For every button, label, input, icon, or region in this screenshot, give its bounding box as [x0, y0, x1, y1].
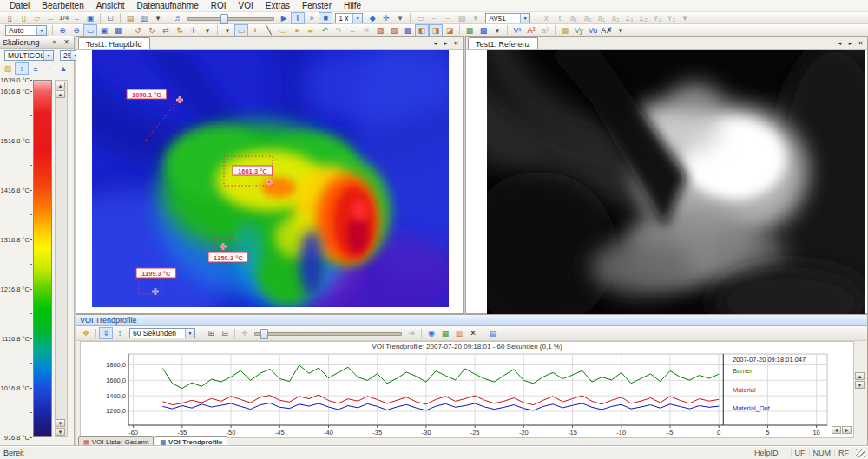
add-ellipse-icon[interactable]: ●	[290, 24, 304, 36]
open-folder-icon[interactable]: ▱	[30, 12, 44, 24]
scale-shift-up-icon[interactable]: ▲	[56, 62, 70, 75]
thermal-image[interactable]: 1090.1 °C1601.3 °C1350.3 °C1199.3 °C	[92, 50, 449, 307]
file-dropdown-icon[interactable]: ▾	[151, 12, 165, 24]
rotate-left-icon[interactable]: ↺	[131, 24, 145, 36]
show-values-icon[interactable]: ◉	[424, 327, 438, 339]
splitter-down-icon[interactable]: ▼	[855, 381, 865, 389]
avs-combo[interactable]: AVs1▼	[485, 13, 530, 23]
menu-item-ansicht[interactable]: Ansicht	[90, 0, 131, 11]
menu-item-datenaufnahme[interactable]: Datenaufnahme	[131, 0, 205, 11]
voi-table-icon[interactable]: ▦	[558, 24, 572, 36]
copy-image-icon[interactable]: ⊡	[103, 12, 117, 24]
prev-view-icon[interactable]: ←	[44, 12, 58, 24]
roi-copy-icon[interactable]: ▧	[373, 24, 387, 36]
voi-dropdown-icon[interactable]: ▾	[614, 24, 628, 36]
tab-next-icon[interactable]: ▸	[845, 38, 855, 48]
chevron-down-icon[interactable]: ▼	[43, 51, 53, 60]
export-chart-icon[interactable]: ▥	[452, 327, 466, 339]
chevron-down-icon[interactable]: ▼	[36, 26, 46, 35]
play-icon[interactable]: ▶	[277, 12, 291, 24]
tab-referenz[interactable]: Test1: Referenz	[468, 37, 538, 49]
tab-close-icon[interactable]: ✕	[451, 38, 461, 48]
trend-zoom-in-icon[interactable]: ⊞	[204, 327, 218, 339]
voi-box-icon[interactable]: ▦	[463, 24, 477, 36]
position-slider[interactable]	[187, 14, 274, 23]
fast-forward-icon[interactable]: »	[305, 12, 319, 24]
speed-combo[interactable]: 1 x▼	[335, 13, 363, 23]
goto-end-icon[interactable]: ✛	[379, 12, 393, 24]
chevron-down-icon[interactable]: ▼	[352, 14, 362, 23]
scale-min-adjust-icon[interactable]: −	[43, 62, 56, 75]
select-roi-icon[interactable]: ▭	[234, 24, 248, 36]
voi-delete-icon[interactable]: A✗	[600, 24, 614, 36]
position-slider-thumb[interactable]	[220, 14, 228, 24]
voi-edit-icon[interactable]: A²	[524, 24, 538, 36]
roi-list-icon[interactable]: ▩	[401, 24, 415, 36]
voi-show-icon[interactable]: Vy	[572, 24, 586, 36]
full-image-icon[interactable]: ▦	[111, 24, 125, 36]
add-point-icon[interactable]: +	[248, 24, 262, 36]
voi-hide-icon[interactable]: Vu	[586, 24, 600, 36]
view-dropdown-icon[interactable]: ▾	[201, 24, 214, 36]
add-polygon-icon[interactable]: ▰	[304, 24, 318, 36]
tab-prev-icon[interactable]: ◂	[835, 38, 845, 48]
trend-chart[interactable]: VOI Trendprofile: 2007-07-20 09:18:01 - …	[80, 341, 854, 438]
play-dropdown-icon[interactable]: ▾	[393, 12, 407, 24]
palette-edit-icon[interactable]: ▨	[1, 62, 15, 75]
palette-combo[interactable]: MULTICOLOR ▼	[4, 50, 54, 61]
splitter-up-icon[interactable]: ▲	[855, 372, 865, 380]
time-slider-thumb[interactable]	[260, 329, 268, 339]
scale-down2-arrow-icon[interactable]: ▼	[56, 419, 65, 427]
tab-close-icon[interactable]: ✕	[856, 38, 865, 48]
voi-new-icon[interactable]: V¹	[510, 24, 524, 36]
chevron-down-icon[interactable]: ▼	[185, 329, 194, 338]
tab-hauptbild[interactable]: Test1: Hauptbild	[78, 37, 150, 49]
fit-window-icon[interactable]: ▭	[83, 24, 97, 36]
scale-down-arrow-icon[interactable]: ▼	[56, 428, 65, 436]
interval-combo[interactable]: 60 Sekunden▼	[129, 328, 195, 338]
trend-autoscale-icon[interactable]: ⇕	[99, 327, 113, 339]
clear-trend-icon[interactable]: ✕	[466, 327, 480, 339]
menu-item-bearbeiten[interactable]: Bearbeiten	[36, 0, 89, 11]
new-report-icon[interactable]: ▯	[16, 12, 30, 24]
trend-zoom-out-icon[interactable]: ⊟	[218, 327, 232, 339]
voi-select-icon[interactable]: ❖	[79, 327, 93, 339]
palette-mode-combo[interactable]: Auto▼	[5, 25, 47, 36]
roi-next-icon[interactable]: ◨	[429, 24, 443, 36]
add-rect-icon[interactable]: ▭	[276, 24, 290, 36]
goto-start-icon[interactable]: ◆	[365, 12, 379, 24]
trend-fixed-scale-icon[interactable]: ↕	[113, 327, 127, 339]
splitter-left-icon[interactable]: ◂	[832, 426, 841, 434]
autoscale-icon[interactable]: ↕	[15, 62, 29, 75]
tab-prev-icon[interactable]: ◂	[431, 38, 440, 48]
scale-max-adjust-icon[interactable]: ±	[29, 62, 43, 75]
report-icon[interactable]: ▥	[137, 12, 151, 24]
rotate-right-icon[interactable]: ↻	[145, 24, 159, 36]
roi-lock-icon[interactable]: ◪	[443, 24, 457, 36]
menu-item-datei[interactable]: Datei	[3, 0, 36, 11]
stop-icon[interactable]: ■	[319, 12, 332, 24]
zoom-out-icon[interactable]: ⊖	[69, 24, 83, 36]
menu-item-hilfe[interactable]: Hilfe	[338, 0, 367, 11]
audio-icon[interactable]: ♬	[171, 12, 185, 24]
zoom-in-icon[interactable]: ⊕	[56, 24, 69, 36]
flip-vertical-icon[interactable]: ⇅	[173, 24, 187, 36]
flip-horizontal-icon[interactable]: ⇄	[159, 24, 173, 36]
scale-scrollbar[interactable]: ▲ ▲ ▼ ▼	[55, 80, 68, 437]
scale-up2-arrow-icon[interactable]: ▲	[56, 90, 65, 98]
close-icon[interactable]: ✕	[62, 38, 71, 46]
menu-item-voi[interactable]: VOI	[232, 0, 259, 11]
scale-up-arrow-icon[interactable]: ▲	[56, 82, 65, 89]
roi-prev-icon[interactable]: ◧	[415, 24, 429, 36]
menu-item-roi[interactable]: ROI	[205, 0, 233, 11]
export-image-icon[interactable]: ▤	[123, 12, 137, 24]
new-document-icon[interactable]: ▯	[3, 12, 16, 24]
voi-box-dropdown-icon[interactable]: ▾	[490, 24, 504, 36]
menu-item-fenster[interactable]: Fenster	[296, 0, 338, 11]
tab-next-icon[interactable]: ▸	[441, 38, 450, 48]
reference-image[interactable]	[487, 50, 865, 315]
add-line-icon[interactable]: ╲	[262, 24, 276, 36]
export-excel-icon[interactable]: ▦	[438, 327, 452, 339]
save-icon[interactable]: ▣	[83, 12, 97, 24]
voi-map-icon[interactable]: ▩	[477, 24, 490, 36]
